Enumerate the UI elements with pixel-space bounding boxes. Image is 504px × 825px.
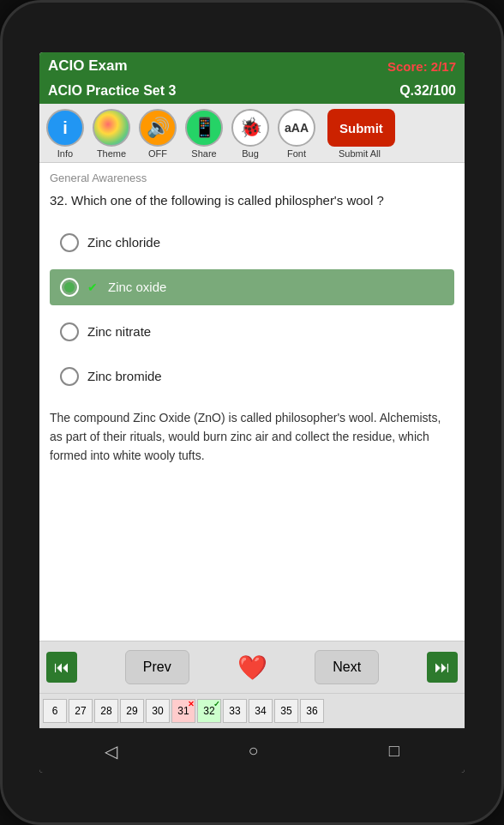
font-icon: aAA (278, 109, 315, 147)
bottom-nav: ◁ ○ □ (39, 728, 465, 773)
qstrip-31[interactable]: 31✕ (171, 699, 195, 723)
radio-c (60, 322, 79, 341)
favorite-button[interactable]: ❤️ (237, 653, 267, 682)
qstrip-28[interactable]: 28 (94, 699, 118, 723)
next-button[interactable]: Next (315, 650, 379, 684)
explanation-text: The compound Zinc Oxide (ZnO) is called … (50, 408, 454, 466)
question-strip: 6 27 28 29 30 31✕ 32✓ 33 34 35 36 (39, 693, 465, 728)
theme-icon (93, 109, 130, 147)
share-icon: 📱 (185, 109, 223, 147)
radio-b (60, 278, 79, 297)
radio-d (60, 367, 79, 386)
options-list: Zinc chloride ✔ Zinc oxide Zinc nitrate (50, 225, 454, 394)
radio-b-inner (64, 282, 75, 292)
device-frame: ACIO Exam Score: 2/17 ACIO Practice Set … (0, 0, 504, 825)
question-number: Q.32/100 (399, 83, 456, 99)
sound-label: OFF (148, 148, 167, 159)
info-label: Info (57, 148, 73, 159)
recents-icon[interactable]: □ (389, 741, 399, 761)
option-c[interactable]: Zinc nitrate (50, 314, 454, 350)
qstrip-32[interactable]: 32✓ (197, 699, 221, 723)
home-icon[interactable]: ○ (248, 741, 258, 761)
question-number-inline: 32. (50, 193, 71, 208)
qstrip-35[interactable]: 35 (274, 699, 298, 723)
practice-set: ACIO Practice Set 3 (48, 83, 176, 99)
qstrip-29[interactable]: 29 (120, 699, 144, 723)
sound-icon: 🔊 (139, 109, 177, 147)
option-d-text: Zinc bromide (87, 369, 162, 383)
back-icon[interactable]: ◁ (105, 741, 117, 762)
share-label: Share (191, 148, 216, 159)
tool-theme[interactable]: Theme (89, 107, 134, 162)
prev-label: Prev (143, 659, 171, 675)
option-d[interactable]: Zinc bromide (50, 358, 454, 394)
qstrip-34[interactable]: 34 (249, 699, 273, 723)
score-display: Score: 2/17 (387, 59, 456, 74)
qstrip-36[interactable]: 36 (300, 699, 324, 723)
qstrip-6[interactable]: 6 (43, 699, 67, 723)
tool-bug[interactable]: 🐞 Bug (228, 107, 273, 162)
tool-info[interactable]: i Info (43, 107, 87, 162)
submit-all-label: Submit All (339, 148, 381, 159)
header-top: ACIO Exam Score: 2/17 (39, 52, 465, 80)
screen: ACIO Exam Score: 2/17 ACIO Practice Set … (39, 52, 465, 773)
qstrip-27[interactable]: 27 (69, 699, 93, 723)
wrong-badge: ✕ (188, 700, 195, 708)
question-body: Which one of the following is called phi… (71, 193, 384, 208)
category-label: General Awareness (50, 172, 454, 184)
bug-icon: 🐞 (231, 109, 269, 147)
header-sub: ACIO Practice Set 3 Q.32/100 (39, 80, 465, 104)
font-label: Font (287, 148, 306, 159)
option-b[interactable]: ✔ Zinc oxide (50, 269, 454, 305)
tool-sound[interactable]: 🔊 OFF (135, 107, 180, 162)
nav-bar: ⏮ Prev ❤️ Next ⏭ (39, 641, 465, 693)
theme-label: Theme (97, 148, 126, 159)
tool-share[interactable]: 📱 Share (182, 107, 226, 162)
tool-font[interactable]: aAA Font (274, 107, 319, 162)
prev-button[interactable]: Prev (125, 650, 189, 684)
tool-submit-all[interactable]: Submit Submit All (321, 107, 399, 162)
toolbar: i Info Theme 🔊 OFF 📱 Share 🐞 Bug aAA F (39, 104, 465, 163)
submit-button[interactable]: Submit (327, 109, 395, 147)
info-icon: i (46, 109, 84, 147)
first-question-button[interactable]: ⏮ (46, 652, 77, 683)
option-a[interactable]: Zinc chloride (50, 225, 454, 261)
option-b-text: Zinc oxide (108, 280, 166, 294)
bug-label: Bug (242, 148, 259, 159)
content-area: General Awareness 32. Which one of the f… (39, 163, 465, 641)
correct-badge: ✓ (213, 700, 220, 708)
next-label: Next (333, 659, 361, 675)
option-a-text: Zinc chloride (87, 235, 160, 250)
last-question-button[interactable]: ⏭ (427, 652, 458, 683)
checkmark-icon: ✔ (87, 280, 98, 294)
radio-a (60, 233, 79, 252)
option-c-text: Zinc nitrate (87, 324, 151, 339)
question-text: 32. Which one of the following is called… (50, 191, 454, 211)
app-title: ACIO Exam (48, 57, 128, 75)
qstrip-33[interactable]: 33 (223, 699, 247, 723)
qstrip-30[interactable]: 30 (146, 699, 170, 723)
